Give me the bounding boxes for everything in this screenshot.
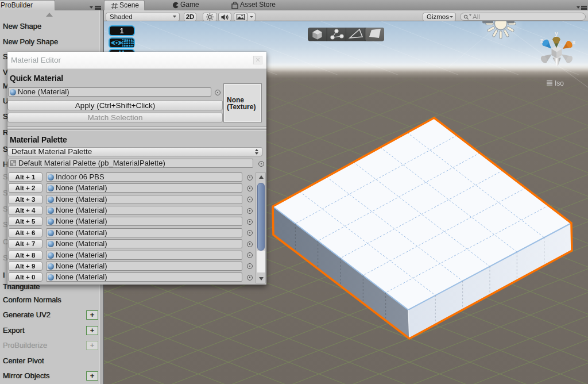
svg-text:y: y <box>555 30 559 37</box>
svg-text:Iso: Iso <box>555 79 564 87</box>
svg-text:x: x <box>572 39 576 45</box>
svg-text:1: 1 <box>120 27 124 35</box>
svg-text:z: z <box>540 37 544 44</box>
